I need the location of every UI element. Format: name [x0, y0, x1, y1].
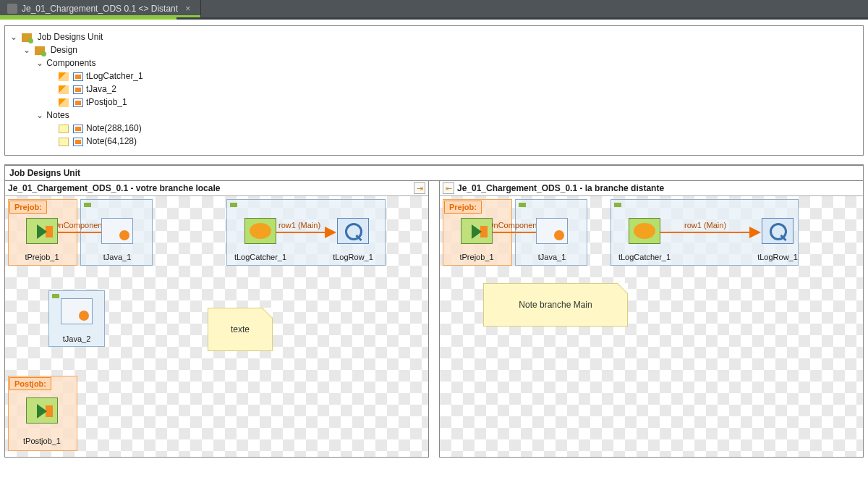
tree-item-label: Note(64,128) — [86, 136, 137, 146]
chevron-down-icon[interactable]: ⌄ — [22, 43, 31, 56]
local-pane-header: Je_01_Chargement_ODS_0.1 - votre branche… — [5, 181, 428, 196]
note-icon — [59, 138, 69, 146]
compare-row: Je_01_Chargement_ODS_0.1 - votre branche… — [4, 181, 864, 458]
tree-item-label: Note(288,160) — [86, 123, 142, 133]
tree-item[interactable]: Note(288,160) — [48, 122, 859, 135]
tree-item-label: tLogCatcher_1 — [86, 71, 143, 81]
postjob-pill: Postjob: — [9, 377, 51, 390]
editor-tab-title: Je_01_Chargement_ODS 0.1 <> Distant — [22, 4, 178, 14]
remote-canvas[interactable]: Prejob: OnComponentOk row1 (Main) tPrejo… — [440, 196, 863, 457]
diff-added-icon — [73, 98, 83, 107]
node-label: tPrejob_1 — [448, 253, 505, 261]
node-tlogrow[interactable]: tLogRow_1 — [325, 211, 381, 264]
remote-pane: ⇤ Je_01_Chargement_ODS_0.1 - la branche … — [439, 181, 864, 458]
component-icon — [59, 85, 69, 94]
java-icon — [101, 218, 133, 244]
tree-notes-label[interactable]: Notes — [46, 110, 69, 120]
tree-item[interactable]: Note(64,128) — [48, 135, 859, 148]
local-canvas[interactable]: Prejob: OnComponentOk row1 (Main) tPrejo… — [5, 196, 428, 457]
compare-section-title: Job Designs Unit — [9, 168, 80, 178]
folder-icon — [35, 46, 45, 55]
tree-item[interactable]: tPostjob_1 — [48, 96, 859, 109]
tree-item-label: tPostjob_1 — [86, 97, 127, 107]
tree-design-label[interactable]: Design — [51, 45, 77, 55]
node-tlogcatcher[interactable]: tLogCatcher_1 — [232, 211, 289, 264]
logrow-icon — [337, 218, 369, 244]
canvas-note[interactable]: Note branche Main — [483, 283, 628, 327]
close-icon[interactable]: × — [182, 4, 193, 14]
copy-to-left-button[interactable]: ⇤ — [443, 182, 454, 194]
compare-section-header: Job Designs Unit — [4, 164, 864, 181]
structure-outline-panel: ⌄ Job Designs Unit ⌄ Design ⌄ Components… — [4, 25, 864, 156]
node-tjava[interactable]: tJava_1 — [524, 211, 580, 264]
editor-tab[interactable]: Je_01_Chargement_ODS 0.1 <> Distant × — [0, 0, 201, 17]
java-icon — [536, 218, 568, 244]
compare-icon — [7, 4, 17, 14]
node-tlogrow[interactable]: tLogRow_1 — [749, 211, 806, 264]
java-icon — [61, 298, 93, 324]
tree-item[interactable]: tJava_2 — [48, 83, 859, 96]
tree-root-label[interactable]: Job Designs Unit — [38, 32, 103, 42]
diff-changed-icon — [73, 125, 83, 133]
component-icon — [59, 98, 69, 107]
editor-tab-bar: Je_01_Chargement_ODS 0.1 <> Distant × — [0, 0, 868, 17]
node-tprejob[interactable]: tPrejob_1 — [14, 211, 70, 264]
node-label: tPrejob_1 — [14, 253, 70, 261]
tree-components-label[interactable]: Components — [46, 58, 95, 68]
folder-icon — [22, 33, 32, 42]
diff-added-icon — [73, 72, 83, 81]
node-tpostjob[interactable]: tPostjob_1 — [14, 390, 70, 448]
node-label: tLogCatcher_1 — [232, 253, 289, 261]
node-label: tLogRow_1 — [325, 253, 381, 261]
node-label: tJava_2 — [49, 334, 104, 343]
node-label: tJava_1 — [524, 253, 580, 261]
node-tjava[interactable]: tJava_1 — [89, 211, 145, 264]
tree-item-label: tJava_2 — [86, 84, 116, 94]
prejob-icon — [461, 218, 493, 244]
copy-to-right-button[interactable]: ⇥ — [414, 182, 425, 194]
postjob-icon — [26, 397, 58, 424]
link-label-row1: row1 (Main) — [684, 221, 726, 230]
chevron-down-icon[interactable]: ⌄ — [35, 109, 44, 122]
note-icon — [59, 125, 69, 133]
node-tjava2[interactable]: tJava_2 — [48, 290, 105, 347]
prejob-icon — [26, 218, 58, 244]
diff-added-icon — [73, 85, 83, 94]
canvas-note[interactable]: texte — [208, 308, 273, 351]
tree-item[interactable]: tLogCatcher_1 — [48, 70, 859, 83]
node-tlogcatcher[interactable]: tLogCatcher_1 — [616, 211, 673, 264]
logrow-icon — [762, 218, 793, 244]
component-icon — [59, 72, 69, 81]
remote-pane-title: Je_01_Chargement_ODS_0.1 - la branche di… — [457, 183, 664, 193]
note-text: Note branche Main — [519, 300, 592, 310]
diff-changed-icon — [73, 138, 83, 146]
node-label: tLogCatcher_1 — [616, 253, 673, 261]
local-pane: Je_01_Chargement_ODS_0.1 - votre branche… — [4, 181, 429, 458]
chevron-down-icon[interactable]: ⌄ — [9, 30, 18, 43]
tab-underline — [0, 17, 868, 20]
note-text: texte — [231, 324, 250, 334]
local-pane-title: Je_01_Chargement_ODS_0.1 - votre branche… — [8, 183, 220, 193]
node-label: tPostjob_1 — [14, 437, 70, 445]
chevron-down-icon[interactable]: ⌄ — [35, 56, 44, 70]
node-tprejob[interactable]: tPrejob_1 — [448, 211, 505, 264]
logcatcher-icon — [629, 218, 660, 244]
logcatcher-icon — [244, 218, 276, 244]
outline-tree[interactable]: ⌄ Job Designs Unit ⌄ Design ⌄ Components… — [9, 30, 859, 148]
remote-pane-header: ⇤ Je_01_Chargement_ODS_0.1 - la branche … — [440, 181, 863, 196]
node-label: tJava_1 — [89, 253, 145, 261]
node-label: tLogRow_1 — [749, 253, 806, 261]
